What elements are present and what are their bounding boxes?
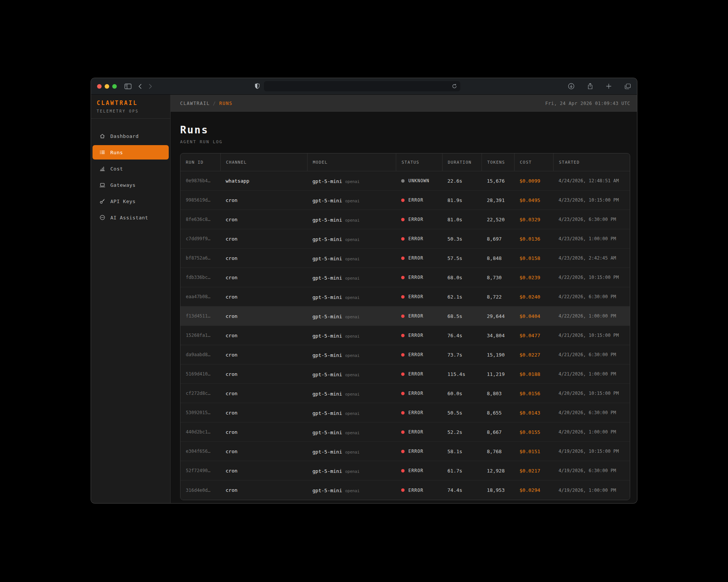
tokens-cell: 18,953 — [482, 487, 514, 493]
sidebar-nav: DashboardRunsCostGatewaysAPI KeysAI Assi… — [91, 129, 170, 225]
forward-icon[interactable] — [148, 84, 153, 89]
tokens-cell: 15,190 — [482, 352, 514, 358]
channel-cell: cron — [220, 391, 307, 396]
status-label: ERROR — [408, 410, 424, 415]
status-label: ERROR — [408, 236, 424, 241]
run-id-cell: 5169d410… — [180, 371, 220, 377]
cost-cell: $0.0294 — [514, 487, 553, 493]
table-row[interactable]: eaa47b08…crongpt-5-miniopenaiERROR62.1s8… — [180, 287, 630, 307]
table-row[interactable]: 440d2bc1…crongpt-5-miniopenaiERROR52.2s8… — [180, 422, 630, 442]
model-name: gpt-5-mini — [312, 488, 342, 493]
table-row[interactable]: 5169d410…crongpt-5-miniopenaiERROR115.4s… — [180, 365, 630, 384]
model-name: gpt-5-mini — [312, 236, 342, 242]
tokens-cell: 34,804 — [482, 333, 514, 338]
minimize-button[interactable] — [105, 84, 109, 89]
breadcrumb-current[interactable]: RUNS — [219, 101, 232, 106]
share-icon[interactable] — [587, 83, 593, 89]
table-row[interactable]: 316d4e0d…crongpt-5-miniopenaiERROR74.4s1… — [180, 480, 630, 500]
model-name: gpt-5-mini — [312, 217, 342, 223]
started-cell: 4/19/2026, 10:15:00 PM — [553, 449, 630, 454]
table-row[interactable]: 52f72490…crongpt-5-miniopenaiERROR61.7s1… — [180, 461, 630, 480]
privacy-shield-icon[interactable] — [254, 83, 260, 89]
sidebar-item-gateways[interactable]: Gateways — [93, 178, 169, 192]
cost-cell: $0.0158 — [514, 255, 553, 261]
tab-overview-icon[interactable] — [624, 83, 631, 89]
column-header-status: STATUS — [396, 153, 442, 171]
list-icon — [99, 149, 105, 155]
tokens-cell: 8,722 — [482, 294, 514, 300]
url-bar[interactable] — [264, 81, 460, 91]
table-row[interactable]: fdb336bc…crongpt-5-miniopenaiERROR68.0s8… — [180, 268, 630, 287]
sidebar-item-api-keys[interactable]: API Keys — [93, 194, 169, 208]
table-row[interactable]: 15268fa1…crongpt-5-miniopenaiERROR76.4s3… — [180, 326, 630, 345]
table-row[interactable]: e304f656…crongpt-5-miniopenaiERROR58.1s8… — [180, 442, 630, 461]
model-provider: openai — [345, 469, 359, 474]
sidebar-item-runs[interactable]: Runs — [93, 145, 169, 160]
duration-cell: 73.7s — [442, 352, 482, 358]
back-icon[interactable] — [138, 84, 142, 89]
sidebar-item-cost[interactable]: Cost — [93, 161, 169, 176]
channel-cell: cron — [220, 352, 307, 358]
table-row[interactable]: c7dd99f9…crongpt-5-miniopenaiERROR50.3s8… — [180, 229, 630, 249]
reload-icon[interactable] — [452, 84, 457, 89]
cost-cell: $0.0240 — [514, 294, 553, 300]
duration-cell: 60.0s — [442, 391, 482, 396]
status-label: ERROR — [408, 391, 424, 396]
status-cell: ERROR — [396, 294, 442, 299]
table-row[interactable]: 9985619d…crongpt-5-miniopenaiERROR81.9s2… — [180, 191, 630, 210]
model-name: gpt-5-mini — [312, 410, 342, 416]
duration-cell: 50.5s — [442, 410, 482, 416]
status-dot — [401, 353, 405, 357]
model-provider: openai — [345, 179, 359, 184]
duration-cell: 81.0s — [442, 217, 482, 222]
model-provider: openai — [345, 295, 359, 300]
model-provider: openai — [345, 276, 359, 280]
table-row[interactable]: 0e9876b4…whatsappgpt-5-miniopenaiUNKNOWN… — [180, 171, 630, 191]
new-tab-icon[interactable] — [606, 83, 612, 89]
column-header-run-id: RUN ID — [180, 153, 220, 171]
channel-cell: cron — [220, 255, 307, 261]
run-id-cell: 53092015… — [180, 410, 220, 415]
table-row[interactable]: f13d4511…crongpt-5-miniopenaiERROR68.5s2… — [180, 307, 630, 326]
status-dot — [401, 179, 405, 183]
close-button[interactable] — [97, 84, 102, 89]
table-body: 0e9876b4…whatsappgpt-5-miniopenaiUNKNOWN… — [180, 171, 630, 500]
sidebar-item-ai-assistant[interactable]: AI Assistant — [93, 210, 169, 225]
table-row[interactable]: 53092015…crongpt-5-miniopenaiERROR50.5s8… — [180, 403, 630, 422]
model-name: gpt-5-mini — [312, 314, 342, 319]
run-id-cell: cf272d8c… — [180, 391, 220, 396]
table-row[interactable]: da9aabd8…crongpt-5-miniopenaiERROR73.7s1… — [180, 345, 630, 365]
table-row[interactable]: cf272d8c…crongpt-5-miniopenaiERROR60.0s8… — [180, 384, 630, 403]
breadcrumb-root[interactable]: CLAWTRAIL — [180, 101, 210, 106]
brand-logo: CLAWTRAIL — [91, 100, 170, 106]
sidebar-toggle-icon[interactable] — [124, 83, 132, 89]
table-row[interactable]: 8fe636c8…crongpt-5-miniopenaiERROR81.0s2… — [180, 210, 630, 229]
sidebar-item-dashboard[interactable]: Dashboard — [93, 129, 169, 143]
duration-cell: 76.4s — [442, 333, 482, 338]
brand-tagline: TELEMETRY OPS — [91, 109, 170, 113]
model-cell: gpt-5-miniopenai — [307, 293, 396, 300]
model-name: gpt-5-mini — [312, 333, 342, 339]
tokens-cell: 15,676 — [482, 178, 514, 184]
model-cell: gpt-5-miniopenai — [307, 390, 396, 397]
cost-cell: $0.0151 — [514, 449, 553, 454]
run-id-cell: eaa47b08… — [180, 294, 220, 299]
downloads-icon[interactable] — [568, 83, 574, 89]
started-cell: 4/22/2026, 10:15:00 PM — [553, 275, 630, 280]
model-provider: openai — [345, 411, 359, 416]
run-id-cell: 9985619d… — [180, 197, 220, 203]
tokens-cell: 8,848 — [482, 255, 514, 261]
column-header-channel: CHANNEL — [220, 153, 307, 171]
cost-cell: $0.0239 — [514, 275, 553, 280]
duration-cell: 52.2s — [442, 429, 482, 435]
model-name: gpt-5-mini — [312, 391, 342, 397]
sidebar-item-label: Runs — [110, 150, 123, 155]
status-dot — [401, 218, 405, 221]
page-title: Runs — [180, 124, 630, 136]
model-provider: openai — [345, 314, 359, 319]
started-cell: 4/20/2026, 6:30:00 PM — [553, 410, 630, 415]
zoom-button[interactable] — [112, 84, 117, 89]
sidebar-item-label: Gateways — [110, 182, 136, 188]
table-row[interactable]: bf8752a6…crongpt-5-miniopenaiERROR57.5s8… — [180, 249, 630, 268]
status-label: ERROR — [408, 333, 424, 338]
